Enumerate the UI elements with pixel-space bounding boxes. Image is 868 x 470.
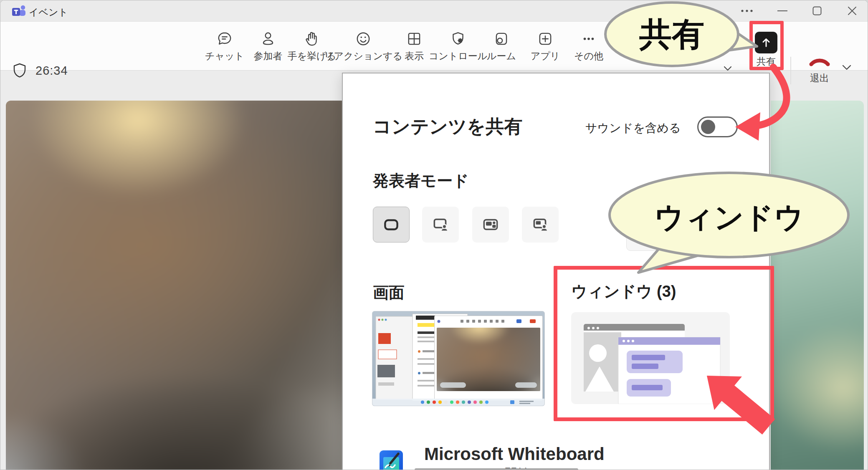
mini-titlebar-icons <box>435 316 542 327</box>
mini-taskbar-icons <box>372 399 545 406</box>
standout-icon <box>431 215 450 234</box>
hangup-phone-icon <box>809 56 830 67</box>
teams-meeting-window: イベント 26:34 チャット 参加者 手を挙げる <box>0 0 868 470</box>
screen-share-thumbnail[interactable] <box>372 311 545 406</box>
apps-plus-icon <box>536 30 554 48</box>
toolbar-more-button[interactable]: その他 <box>566 24 612 68</box>
view-grid-icon <box>405 30 423 48</box>
leave-chevron-down-icon[interactable] <box>840 63 853 73</box>
whiteboard-title: Microsoft Whiteboard <box>424 444 605 464</box>
presenter-mode-standout[interactable] <box>422 207 459 243</box>
teams-logo-icon <box>10 4 27 18</box>
toolbar-chat-button[interactable]: チャット <box>202 24 248 68</box>
close-button[interactable] <box>838 0 866 21</box>
minimize-button[interactable] <box>769 0 796 21</box>
chat-icon <box>216 30 233 48</box>
presenter-mode-content-only[interactable] <box>373 207 410 243</box>
meeting-timer: 26:34 <box>35 64 68 78</box>
leave-label: 退出 <box>810 72 829 85</box>
toolbar-label: 参加者 <box>254 50 283 63</box>
meeting-toolbar: 26:34 チャット 参加者 手を挙げる リアクションする 表示 コントロール … <box>0 21 868 71</box>
side-by-side-icon <box>481 215 500 234</box>
close-icon <box>848 6 857 15</box>
include-sound-label: サウンドを含める <box>585 120 681 136</box>
stage-video-left-blur <box>6 101 342 470</box>
presenter-mode-side-by-side[interactable] <box>472 207 509 243</box>
reporter-icon <box>531 215 550 234</box>
toolbar-label: 表示 <box>405 50 424 63</box>
minimize-icon <box>777 10 787 12</box>
toolbar-label: チャット <box>205 50 244 63</box>
stage-video-right <box>771 101 864 470</box>
stage-video-right-blur <box>771 101 864 470</box>
mini-name-pill <box>440 382 466 388</box>
presenter-mode-heading: 発表者モード <box>373 170 469 192</box>
presenter-mode-reporter[interactable] <box>522 207 559 243</box>
reaction-smiley-icon <box>354 30 372 48</box>
ellipsis-icon <box>580 30 597 48</box>
maximize-icon <box>812 6 822 15</box>
toggle-knob <box>701 120 715 134</box>
mic-chevron-down-icon[interactable] <box>722 64 733 73</box>
mini-taskbar <box>372 399 544 406</box>
mini-meeting-window <box>434 316 543 401</box>
mini-video <box>437 328 540 391</box>
toolbar-rooms-button[interactable]: ルーム <box>478 24 524 68</box>
horizontal-scrollbar[interactable] <box>415 468 578 470</box>
stage-video-left <box>6 101 342 470</box>
raise-hand-icon <box>303 30 321 48</box>
shield-gear-icon <box>449 30 467 48</box>
leave-button[interactable]: 退出 <box>799 45 840 88</box>
panel-title: コンテンツを共有 <box>373 114 522 139</box>
presenter-mode-hidden-button[interactable] <box>626 215 662 251</box>
toolbar-apps-button[interactable]: アプリ <box>522 24 568 68</box>
screen-section-heading: 画面 <box>373 282 405 303</box>
titlebar: イベント <box>0 0 868 21</box>
toolbar-divider <box>790 57 791 84</box>
toolbar-label: リアクションする <box>324 50 402 63</box>
window-title: イベント <box>29 6 68 19</box>
annotation-box-share <box>749 21 784 70</box>
toolbar-label: ルーム <box>487 50 516 63</box>
toolbar-label: その他 <box>574 50 603 63</box>
rooms-icon <box>493 30 510 48</box>
more-dots-icon <box>741 9 753 13</box>
mini-name-pill <box>515 382 537 388</box>
content-only-icon <box>382 215 401 234</box>
participants-icon <box>259 30 277 48</box>
maximize-button[interactable] <box>803 0 831 21</box>
shield-icon <box>12 63 27 78</box>
titlebar-more-button[interactable] <box>733 0 761 21</box>
annotation-box-windows <box>554 266 774 421</box>
include-sound-toggle[interactable] <box>697 116 738 137</box>
whiteboard-icon <box>379 450 403 470</box>
toolbar-label: アプリ <box>531 50 560 63</box>
